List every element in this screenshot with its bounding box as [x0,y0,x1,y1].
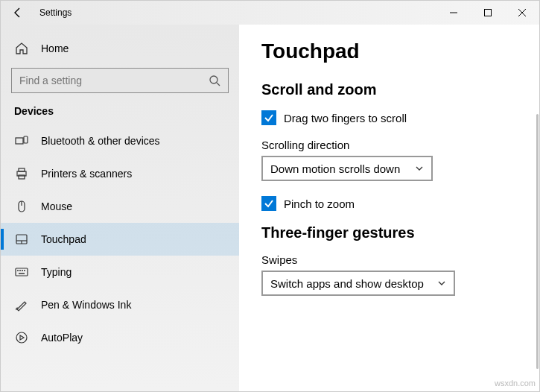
svg-line-3 [217,83,220,86]
svg-rect-7 [19,168,25,171]
content-area: Home Devices Bluetooth & other devices [1,25,539,391]
devices-icon [14,133,29,148]
maximize-icon [484,9,492,16]
svg-rect-4 [16,138,23,144]
chevron-down-icon [437,279,446,288]
swipes-value: Switch apps and show desktop [270,277,424,290]
svg-rect-1 [485,10,492,16]
sidebar-item-autoplay[interactable]: AutoPlay [1,321,239,354]
sidebar-item-label: Bluetooth & other devices [41,135,160,147]
pinch-to-zoom-label: Pinch to zoom [284,197,355,210]
pinch-to-zoom-checkbox[interactable] [261,196,276,211]
swipes-dropdown[interactable]: Switch apps and show desktop [261,271,455,296]
close-button[interactable] [505,1,539,25]
drag-two-fingers-label: Drag two fingers to scroll [284,112,407,124]
sidebar-item-typing[interactable]: Typing [1,256,239,288]
swipes-label: Swipes [261,253,517,266]
sidebar-item-mouse[interactable]: Mouse [1,190,239,223]
sidebar-item-bluetooth[interactable]: Bluetooth & other devices [1,124,239,157]
sidebar-item-label: Pen & Windows Ink [41,299,131,311]
svg-point-20 [16,332,27,343]
printer-icon [14,166,29,181]
sidebar-item-touchpad[interactable]: Touchpad [1,223,239,256]
chevron-down-icon [415,164,424,173]
main-panel: Touchpad Scroll and zoom Drag two finger… [239,25,539,391]
sidebar-item-label: AutoPlay [41,332,83,344]
svg-point-2 [210,76,217,83]
checkmark-icon [264,113,274,123]
sidebar-item-label: Typing [41,266,72,278]
sidebar-item-label: Printers & scanners [41,168,132,180]
minimize-icon [450,9,457,16]
mouse-icon [14,199,29,214]
search-wrap [1,65,239,104]
window-title: Settings [35,7,72,18]
sidebar: Home Devices Bluetooth & other devices [1,25,239,391]
arrow-left-icon [12,7,24,19]
window-controls [436,1,539,25]
page-title: Touchpad [261,39,517,63]
minimize-button[interactable] [436,1,471,25]
sidebar-item-label: Mouse [41,200,72,212]
pen-icon [14,297,29,312]
autoplay-icon [14,330,29,345]
maximize-button[interactable] [471,1,505,25]
sidebar-item-label: Touchpad [41,233,86,245]
scrolling-direction-dropdown[interactable]: Down motion scrolls down [261,156,433,181]
drag-two-fingers-checkbox[interactable] [261,110,276,125]
home-label: Home [41,42,69,54]
search-icon [209,75,220,86]
checkmark-icon [264,198,274,209]
category-heading: Devices [1,104,239,124]
search-box[interactable] [11,68,229,93]
keyboard-icon [14,265,29,279]
sidebar-item-printers[interactable]: Printers & scanners [1,157,239,190]
home-nav[interactable]: Home [1,32,239,65]
scrollbar[interactable] [536,114,539,369]
close-icon [518,9,526,16]
watermark: wsxdn.com [495,379,536,388]
back-button[interactable] [1,1,35,25]
svg-rect-14 [16,268,28,276]
home-icon [14,41,29,56]
pinch-to-zoom-row[interactable]: Pinch to zoom [261,196,517,211]
sidebar-item-pen[interactable]: Pen & Windows Ink [1,288,239,321]
scrolling-direction-label: Scrolling direction [261,139,517,151]
titlebar: Settings [1,1,539,25]
svg-rect-5 [24,136,28,143]
section-scroll-zoom: Scroll and zoom [261,81,517,98]
settings-window: Settings Home [0,0,540,392]
scrolling-direction-value: Down motion scrolls down [270,162,400,175]
drag-two-fingers-row[interactable]: Drag two fingers to scroll [261,110,517,125]
section-three-finger: Three-finger gestures [261,224,517,241]
search-input[interactable] [19,75,209,86]
touchpad-icon [14,232,29,247]
